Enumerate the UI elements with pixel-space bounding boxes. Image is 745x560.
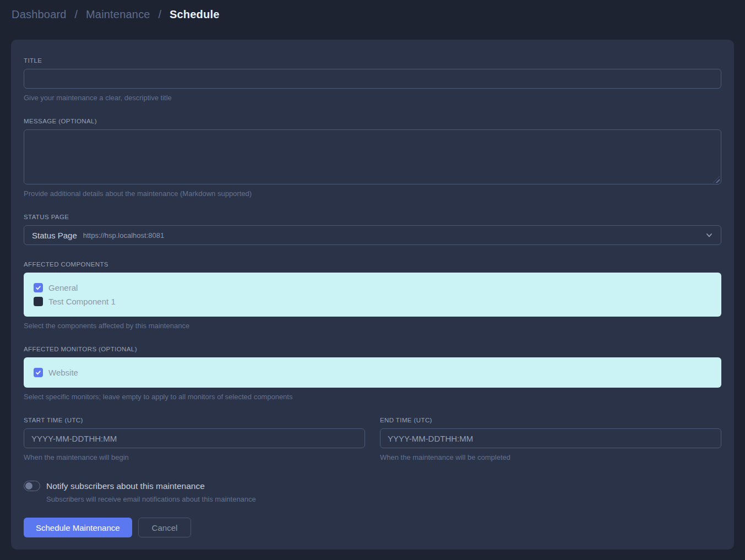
affected-monitors-field-group: AFFECTED MONITORS (OPTIONAL) Website Sel… [24,346,721,401]
notify-subscribers-label[interactable]: Notify subscribers about this maintenanc… [46,481,205,491]
title-input[interactable] [24,69,721,89]
checkbox-general[interactable] [34,283,43,292]
components-options-box: General Test Component 1 [24,273,721,317]
start-time-input[interactable] [24,428,365,448]
message-label: MESSAGE (OPTIONAL) [24,118,721,124]
status-page-field-group: STATUS PAGE Status Page https://hsp.loca… [24,214,721,245]
notify-subscribers-toggle[interactable] [24,481,40,491]
monitors-options-box: Website [24,357,721,388]
chevron-down-icon [705,231,713,239]
component-option-label: General [48,283,78,292]
message-helper-text: Provide additional details about the mai… [24,189,721,198]
notify-subscribers-group: Notify subscribers about this maintenanc… [24,481,721,503]
title-helper-text: Give your maintenance a clear, descripti… [24,94,721,102]
end-time-input[interactable] [380,428,721,448]
title-label: TITLE [24,57,721,64]
affected-components-field-group: AFFECTED COMPONENTS General Test Compone… [24,261,721,330]
breadcrumb: Dashboard / Maintenance / Schedule [12,7,733,22]
toggle-knob [25,482,32,490]
check-icon [35,285,41,291]
notify-subscribers-helper-text: Subscribers will receive email notificat… [46,495,721,503]
cancel-button[interactable]: Cancel [138,518,192,537]
affected-monitors-label: AFFECTED MONITORS (OPTIONAL) [24,346,721,352]
end-time-field-group: END TIME (UTC) When the maintenance will… [380,417,721,461]
breadcrumb-link-dashboard[interactable]: Dashboard [12,8,67,20]
component-option-label: Test Component 1 [48,297,116,306]
breadcrumb-separator: / [74,8,78,20]
breadcrumb-separator: / [158,8,161,20]
affected-components-helper-text: Select the components affected by this m… [24,322,721,330]
status-page-selected-name: Status Page [32,231,77,240]
time-fields-row: START TIME (UTC) When the maintenance wi… [24,417,721,461]
top-bar: Dashboard / Maintenance / Schedule [0,0,745,22]
status-page-selected-url: https://hsp.localhost:8081 [83,231,164,240]
schedule-maintenance-form-card: TITLE Give your maintenance a clear, des… [11,40,734,550]
end-time-label: END TIME (UTC) [380,417,721,423]
message-field-group: MESSAGE (OPTIONAL) Provide additional de… [24,118,721,198]
schedule-maintenance-button[interactable]: Schedule Maintenance [24,518,132,537]
form-actions: Schedule Maintenance Cancel [24,518,721,537]
start-time-field-group: START TIME (UTC) When the maintenance wi… [24,417,365,461]
affected-components-label: AFFECTED COMPONENTS [24,261,721,268]
start-time-label: START TIME (UTC) [24,417,365,423]
monitor-option-website[interactable]: Website [34,368,711,377]
breadcrumb-current-page: Schedule [170,8,220,20]
status-page-select[interactable]: Status Page https://hsp.localhost:8081 [24,225,721,245]
check-icon [35,369,41,376]
end-time-helper-text: When the maintenance will be completed [380,453,721,461]
message-textarea[interactable] [24,129,721,184]
breadcrumb-link-maintenance[interactable]: Maintenance [86,8,150,20]
checkbox-website[interactable] [34,368,43,377]
monitor-option-label: Website [48,368,78,377]
affected-monitors-helper-text: Select specific monitors; leave empty to… [24,393,721,401]
component-option-general[interactable]: General [34,283,711,292]
component-option-test-component-1[interactable]: Test Component 1 [34,297,711,306]
title-field-group: TITLE Give your maintenance a clear, des… [24,57,721,102]
checkbox-test-component-1[interactable] [34,297,43,306]
status-page-label: STATUS PAGE [24,214,721,220]
start-time-helper-text: When the maintenance will begin [24,453,365,461]
